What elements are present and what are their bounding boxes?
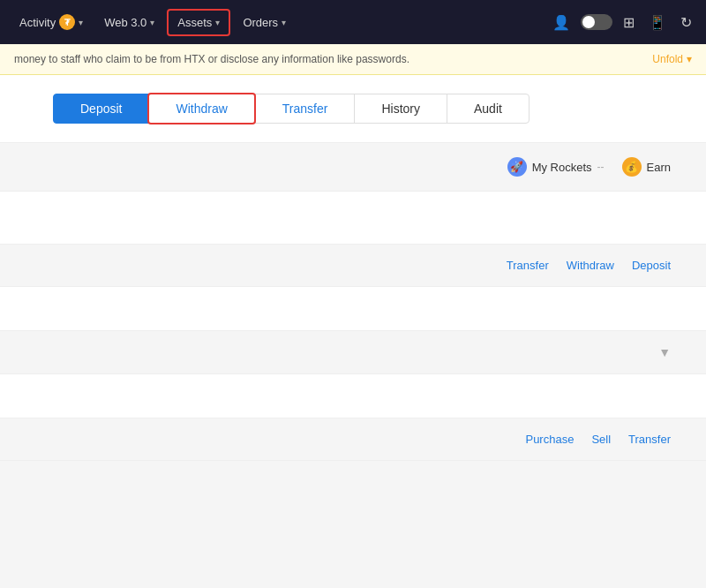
assets-chevron: ▾	[215, 18, 220, 27]
web3-nav[interactable]: Web 3.0 ▾	[95, 11, 163, 34]
main-header: Activity ₮ ▾ Web 3.0 ▾ Assets ▾ Orders ▾…	[0, 0, 706, 44]
withdraw-tab[interactable]: Withdraw	[147, 93, 255, 124]
transfer-tab[interactable]: Transfer	[255, 94, 356, 124]
orders-chevron: ▾	[282, 18, 286, 27]
my-rockets-item: 🚀 My Rockets --	[507, 157, 605, 177]
phone-icon[interactable]: 📱	[645, 11, 670, 34]
earn-icon: 💰	[622, 157, 642, 177]
activity-nav[interactable]: Activity ₮ ▾	[11, 9, 92, 35]
rockets-row: 🚀 My Rockets -- 💰 Earn	[0, 143, 706, 192]
grid-icon[interactable]: ⊞	[620, 11, 638, 34]
withdraw-link-1[interactable]: Withdraw	[567, 259, 614, 272]
web3-label: Web 3.0	[104, 16, 146, 29]
expand-row[interactable]: ▼	[0, 331, 706, 374]
orders-label: Orders	[243, 16, 278, 29]
rocket-icon: 🚀	[507, 157, 527, 177]
activity-label: Activity	[19, 16, 56, 29]
rockets-dash: --	[597, 161, 605, 173]
header-icons: 👤 ⊞ 📱 ↻	[549, 11, 695, 34]
content-row-3	[0, 374, 706, 418]
rockets-label: My Rockets	[532, 161, 592, 174]
content-row-1	[0, 192, 706, 245]
assets-label: Assets	[177, 16, 212, 29]
purchase-link[interactable]: Purchase	[525, 433, 574, 446]
unfold-button[interactable]: Unfold ▾	[652, 53, 692, 65]
refresh-icon[interactable]: ↻	[677, 11, 695, 34]
web3-chevron: ▾	[150, 18, 154, 27]
warning-banner: money to staff who claim to be from HTX …	[0, 44, 706, 75]
activity-chevron: ▾	[79, 18, 83, 27]
sell-link[interactable]: Sell	[591, 433, 611, 446]
banner-text: money to staff who claim to be from HTX …	[14, 53, 409, 65]
deposit-tab[interactable]: Deposit	[53, 94, 149, 124]
theme-toggle[interactable]	[581, 14, 612, 30]
assets-nav[interactable]: Assets ▾	[167, 9, 230, 36]
earn-label: Earn	[647, 161, 671, 174]
history-tab[interactable]: History	[354, 94, 447, 124]
asset-action-row-2: Purchase Sell Transfer	[0, 418, 706, 461]
coin-icon: ₮	[59, 14, 75, 30]
chevron-down-icon: ▼	[658, 345, 671, 359]
content-row-2	[0, 287, 706, 331]
audit-tab[interactable]: Audit	[447, 94, 530, 124]
unfold-chevron: ▾	[687, 53, 692, 65]
deposit-link-1[interactable]: Deposit	[632, 259, 671, 272]
transfer-link-1[interactable]: Transfer	[507, 259, 549, 272]
orders-nav[interactable]: Orders ▾	[234, 11, 295, 34]
tabs-section: Deposit Withdraw Transfer History Audit	[0, 75, 706, 143]
transfer-link-2[interactable]: Transfer	[628, 433, 671, 446]
person-icon[interactable]: 👤	[549, 11, 574, 34]
asset-action-row-1: Transfer Withdraw Deposit	[0, 245, 706, 287]
earn-item[interactable]: 💰 Earn	[622, 157, 671, 177]
